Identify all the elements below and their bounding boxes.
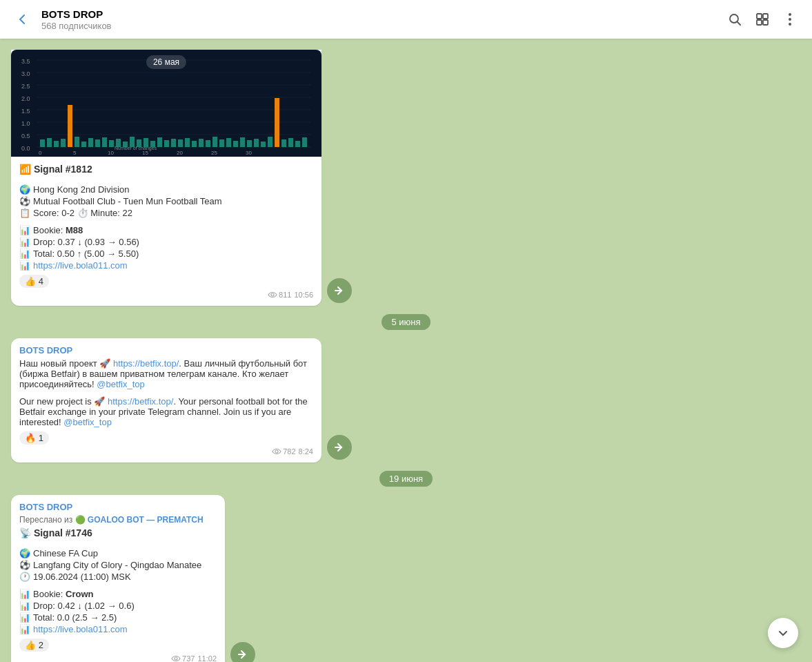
- reaction-bar-1: 👍 4: [19, 275, 313, 288]
- chat-header: BOTS DROP 568 подписчиков: [0, 0, 812, 39]
- svg-rect-31: [88, 138, 93, 147]
- fire-reaction-2[interactable]: 🔥 1: [19, 431, 49, 445]
- svg-text:3.5: 3.5: [21, 58, 30, 65]
- drop-icon: 📊: [19, 237, 30, 247]
- spacer: [19, 179, 313, 184]
- thumbs-up-reaction-3[interactable]: 👍 2: [19, 639, 49, 652]
- message-1-wrapper: 3.5 3.0 2.5 2.0 1.5 1.0 0.5 0.0: [11, 50, 801, 306]
- search-button[interactable]: [724, 8, 746, 30]
- reaction-bar-2: 🔥 1: [19, 431, 313, 445]
- svg-rect-46: [178, 139, 183, 147]
- bookie-line: 📊 Bookie: M88: [19, 225, 313, 235]
- forward-button-1[interactable]: [327, 278, 352, 303]
- svg-rect-61: [288, 138, 293, 147]
- views-2: 782: [272, 447, 295, 456]
- svg-rect-50: [206, 140, 210, 147]
- svg-rect-47: [185, 138, 190, 147]
- bookie-icon-3: 📊: [19, 589, 30, 599]
- svg-rect-41: [157, 137, 162, 147]
- svg-rect-58: [261, 142, 266, 147]
- teams-line-3: ⚽ Langfang City of Glory - Qingdao Manat…: [19, 560, 217, 570]
- svg-rect-24: [40, 139, 45, 147]
- svg-text:1.5: 1.5: [21, 108, 30, 115]
- chat-area[interactable]: 3.5 3.0 2.5 2.0 1.5 1.0 0.5 0.0: [0, 39, 812, 662]
- svg-rect-55: [240, 137, 245, 147]
- svg-rect-45: [275, 98, 279, 147]
- bola-link-1[interactable]: https://live.bola011.com: [33, 260, 128, 271]
- link-line-3: 📊 https://live.bola011.com: [19, 624, 217, 634]
- svg-text:2.0: 2.0: [21, 95, 30, 102]
- svg-rect-30: [81, 142, 86, 147]
- svg-rect-34: [109, 140, 114, 147]
- svg-point-0: [730, 14, 738, 23]
- ball-icon: ⚽: [19, 196, 30, 206]
- link-icon-1: 📊: [19, 260, 30, 271]
- svg-text:30: 30: [246, 150, 252, 156]
- views-3: 737: [171, 654, 195, 662]
- forward-button-2[interactable]: [327, 435, 352, 460]
- spacer2: [19, 220, 313, 225]
- layout-button[interactable]: [751, 8, 773, 30]
- date-label-2: 5 июня: [382, 314, 430, 330]
- bola-link-3[interactable]: https://live.bola011.com: [33, 624, 128, 634]
- svg-text:0.0: 0.0: [21, 145, 30, 152]
- time-line-3: 🕐 19.06.2024 (11:00) MSK: [19, 572, 217, 582]
- signal-icon-3: 📡: [19, 527, 31, 538]
- link-line-1: 📊 https://live.bola011.com: [19, 260, 313, 271]
- svg-rect-51: [212, 137, 217, 147]
- svg-text:Number of changes: Number of changes: [115, 146, 157, 151]
- svg-rect-43: [171, 139, 176, 147]
- chart-date: 26 мая: [146, 55, 186, 69]
- svg-rect-60: [281, 139, 286, 147]
- message-2-wrapper: BOTS DROP Наш новый проект 🚀 https://bet…: [11, 338, 801, 463]
- betfix-link-2[interactable]: https://betfix.top/: [108, 396, 173, 407]
- message-3-wrapper: BOTS DROP Переслано из 🟢 GOALOO BOT — PR…: [11, 495, 801, 662]
- date-label-3: 19 июня: [379, 471, 433, 487]
- betfix-link-1[interactable]: https://betfix.top/: [113, 358, 179, 369]
- svg-text:0.5: 0.5: [21, 133, 30, 139]
- thumbs-up-reaction-1[interactable]: 👍 4: [19, 275, 49, 288]
- svg-point-72: [271, 293, 274, 296]
- svg-rect-56: [247, 140, 252, 147]
- views-1: 811: [268, 291, 291, 299]
- scroll-bottom-button[interactable]: [768, 618, 798, 648]
- svg-rect-44: [68, 105, 72, 147]
- msg2-text-en: Our new project is 🚀 https://betfix.top/…: [19, 396, 313, 427]
- svg-text:10: 10: [108, 150, 114, 156]
- svg-rect-4: [763, 20, 768, 25]
- svg-rect-33: [102, 137, 107, 147]
- svg-rect-25: [47, 138, 52, 147]
- signal-header-3: 📡 Signal #1746: [19, 527, 217, 538]
- svg-text:15: 15: [142, 150, 148, 156]
- sender-2: BOTS DROP: [19, 345, 313, 356]
- header-actions: [724, 8, 801, 30]
- svg-point-73: [275, 450, 278, 453]
- spacer-3a: [19, 543, 217, 548]
- date-separator-3: 19 июня: [0, 471, 812, 487]
- bookie-icon: 📊: [19, 225, 30, 235]
- betfix-mention-1[interactable]: @betfix_top: [97, 379, 145, 389]
- message-meta-3: 737 11:02: [19, 654, 217, 662]
- time-1: 10:56: [294, 291, 313, 299]
- forward-button-3[interactable]: [230, 642, 255, 662]
- message-3-bubble: BOTS DROP Переслано из 🟢 GOALOO BOT — PR…: [11, 495, 225, 662]
- svg-rect-49: [199, 139, 204, 147]
- svg-point-7: [789, 23, 791, 26]
- reaction-bar-3: 👍 2: [19, 639, 217, 652]
- teams-line: ⚽ Mutual Football Club - Tuen Mun Footba…: [19, 196, 313, 206]
- more-button[interactable]: [779, 8, 801, 30]
- back-button[interactable]: [11, 8, 33, 30]
- svg-rect-54: [233, 141, 238, 147]
- channel-info: BOTS DROP 568 подписчиков: [41, 8, 724, 31]
- league-line-3: 🌍 Chinese FA Cup: [19, 548, 217, 558]
- league-line: 🌍 Hong Kong 2nd Division: [19, 184, 313, 195]
- total-line-3: 📊 Total: 0.0 (2.5 → 2.5): [19, 612, 217, 623]
- spacer-3b: [19, 583, 217, 589]
- svg-rect-26: [54, 141, 59, 147]
- total-icon-3: 📊: [19, 612, 30, 623]
- svg-rect-2: [763, 14, 768, 19]
- betfix-mention-2[interactable]: @betfix_top: [63, 417, 112, 427]
- svg-rect-3: [757, 20, 762, 25]
- time-3: 11:02: [197, 654, 217, 662]
- svg-rect-52: [219, 139, 224, 147]
